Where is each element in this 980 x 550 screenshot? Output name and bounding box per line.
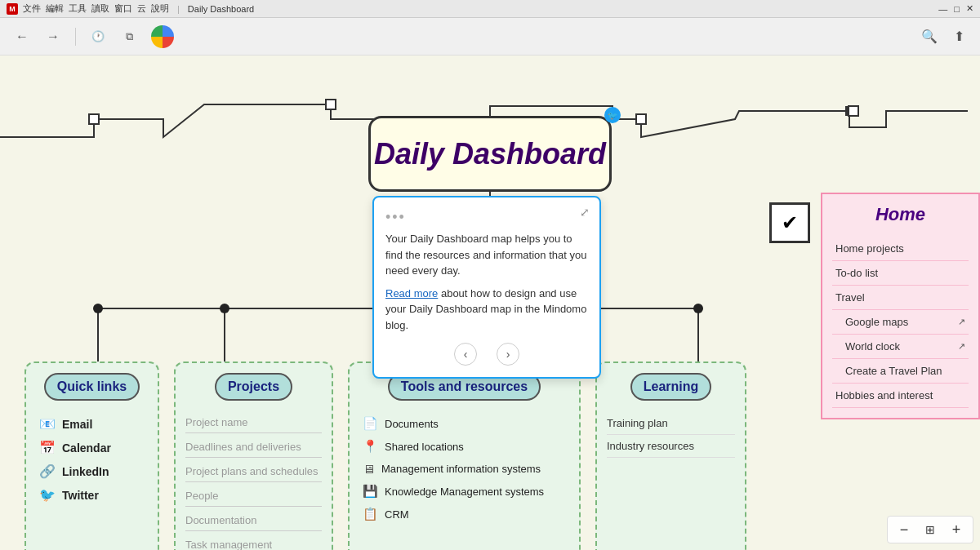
- crm-icon: 📋: [363, 507, 378, 521]
- home-panel-title: Home: [832, 204, 969, 225]
- home-subitem-googlemaps[interactable]: Google maps ↗: [832, 310, 969, 335]
- calendar-icon: 📅: [39, 440, 56, 455]
- search-button[interactable]: 🔍: [918, 25, 941, 48]
- quick-links-twitter[interactable]: 🐦 Twitter: [36, 483, 148, 507]
- tool-knowledge-mgmt[interactable]: 💾 Knowledge Management systems: [359, 480, 569, 503]
- project-item-people[interactable]: People: [185, 486, 322, 507]
- popup-link-text: Read more about how to design and use yo…: [385, 286, 588, 334]
- popup-next-button[interactable]: ›: [497, 343, 519, 366]
- twitter-icon: 🐦: [39, 487, 56, 503]
- tools-box: Tools and resources 📄 Documents 📍 Shared…: [348, 361, 581, 550]
- back-button[interactable]: ←: [10, 24, 34, 49]
- window-maximize[interactable]: □: [954, 4, 960, 14]
- menu-read[interactable]: 讀取: [91, 2, 109, 15]
- titlebar-right: — □ ✕: [938, 3, 973, 14]
- svg-rect-0: [89, 114, 99, 124]
- popup-collapse-button[interactable]: ⤢: [580, 206, 590, 219]
- menu-tools[interactable]: 工具: [69, 2, 87, 15]
- external-link-icon: ↗: [958, 317, 965, 327]
- menu-cloud[interactable]: 云: [137, 2, 146, 15]
- forward-button[interactable]: →: [41, 24, 65, 49]
- quick-links-calendar[interactable]: 📅 Calendar: [36, 436, 148, 459]
- window-close[interactable]: ✕: [966, 3, 973, 14]
- tool-mgmt-info[interactable]: 🖥 Management information systems: [359, 458, 569, 480]
- node-pin: 🐦: [604, 107, 621, 123]
- zoom-in-button[interactable]: +: [947, 520, 966, 539]
- canvas: Daily Dashboard 🐦 ••• ⤢ Your Daily Dashb…: [0, 55, 980, 550]
- project-item-tasks[interactable]: Task management: [185, 534, 322, 550]
- quick-links-title: Quick links: [44, 373, 140, 401]
- svg-point-14: [93, 304, 103, 313]
- window-title: Daily Dashboard: [188, 4, 254, 14]
- home-item-hobbies[interactable]: Hobbies and interest: [832, 384, 969, 408]
- home-item-projects[interactable]: Home projects: [832, 237, 969, 261]
- svg-rect-3: [845, 106, 855, 116]
- email-icon: 📧: [39, 416, 56, 432]
- svg-rect-6: [636, 114, 646, 124]
- menu-help[interactable]: 說明: [151, 2, 169, 15]
- toolbar-separator-1: [75, 28, 76, 46]
- menu-window[interactable]: 窗口: [114, 2, 132, 15]
- linkedin-icon: 🔗: [39, 464, 56, 479]
- learning-industry-resources[interactable]: Industry resources: [607, 435, 735, 458]
- quick-links-box: Quick links 📧 Email 📅 Calendar 🔗 LinkedI…: [24, 361, 159, 550]
- menu-edit[interactable]: 編輯: [46, 2, 64, 15]
- main-title-node[interactable]: Daily Dashboard 🐦: [368, 116, 612, 192]
- titlebar-left: M 文件 編輯 工具 讀取 窗口 云 說明 | Daily Dashboard: [7, 2, 254, 15]
- svg-point-15: [220, 304, 229, 313]
- app-icon: M: [7, 3, 18, 15]
- document-icon: 📄: [363, 416, 378, 431]
- zoom-fit-button[interactable]: ⊞: [920, 520, 940, 539]
- external-link-icon-2: ↗: [958, 341, 965, 352]
- projects-title: Projects: [215, 373, 292, 401]
- zoom-out-button[interactable]: −: [894, 520, 914, 539]
- titlebar: M 文件 編輯 工具 讀取 窗口 云 說明 | Daily Dashboard …: [0, 0, 980, 18]
- project-item-docs[interactable]: Documentation: [185, 510, 322, 531]
- menu-file[interactable]: 文件: [23, 2, 41, 15]
- share-button[interactable]: ⬆: [947, 25, 970, 48]
- project-item-name[interactable]: Project name: [185, 412, 322, 433]
- learning-title: Learning: [630, 373, 712, 401]
- learning-box: Learning Training plan Industry resource…: [595, 361, 746, 550]
- svg-rect-5: [326, 100, 336, 109]
- app-logo: [151, 25, 174, 48]
- tool-crm[interactable]: 📋 CRM: [359, 503, 569, 526]
- info-popup: ••• ⤢ Your Daily Dashboard map helps you…: [372, 196, 601, 379]
- project-item-deadlines[interactable]: Deadlines and deliveries: [185, 437, 322, 458]
- checkbox-node[interactable]: ✔: [769, 202, 810, 243]
- project-item-plans[interactable]: Project plans and schedules: [185, 461, 322, 482]
- history-button[interactable]: 🕐: [86, 24, 110, 49]
- learning-training-plan[interactable]: Training plan: [607, 412, 735, 435]
- tool-shared-locations[interactable]: 📍 Shared locations: [359, 435, 569, 458]
- main-title-text: Daily Dashboard: [374, 137, 606, 171]
- quick-links-linkedin[interactable]: 🔗 LinkedIn: [36, 459, 148, 483]
- quick-links-email[interactable]: 📧 Email: [36, 412, 148, 436]
- svg-rect-4: [89, 114, 99, 124]
- branch-area: Quick links 📧 Email 📅 Calendar 🔗 LinkedI…: [24, 361, 808, 550]
- window-minimize[interactable]: —: [938, 4, 947, 14]
- popup-read-more-link[interactable]: Read more: [385, 287, 438, 299]
- svg-rect-1: [326, 100, 336, 109]
- monitor-icon: 🖥: [363, 462, 375, 476]
- copy-button[interactable]: ⧉: [117, 24, 141, 49]
- popup-body-text: Your Daily Dashboard map helps you to fi…: [385, 231, 588, 279]
- zoom-controls: − ⊞ +: [887, 516, 973, 543]
- home-subitem-travelplan[interactable]: Create a Travel Plan: [832, 359, 969, 384]
- svg-rect-7: [849, 106, 858, 116]
- home-item-travel[interactable]: Travel: [832, 286, 969, 310]
- svg-point-17: [693, 304, 703, 313]
- popup-navigation: ‹ ›: [385, 343, 588, 366]
- popup-dots: •••: [385, 209, 588, 226]
- projects-box: Projects Project name Deadlines and deli…: [174, 361, 333, 550]
- popup-prev-button[interactable]: ‹: [454, 343, 477, 366]
- database-icon: 💾: [363, 484, 378, 499]
- tool-documents[interactable]: 📄 Documents: [359, 412, 569, 435]
- home-item-todo[interactable]: To-do list: [832, 261, 969, 286]
- svg-rect-2: [636, 114, 646, 124]
- home-panel: Home Home projects To-do list Travel Goo…: [821, 193, 980, 419]
- location-icon: 📍: [363, 439, 378, 454]
- home-subitem-worldclock[interactable]: World clock ↗: [832, 335, 969, 359]
- toolbar: ← → 🕐 ⧉ 🔍 ⬆: [0, 18, 980, 55]
